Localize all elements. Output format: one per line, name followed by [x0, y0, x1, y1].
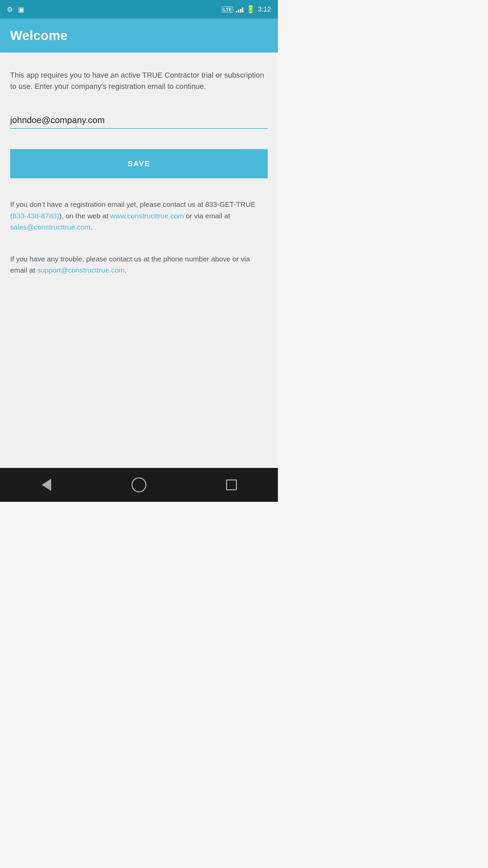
- trouble-text: If you have any trouble, please contact …: [10, 253, 268, 276]
- lte-badge: LTE: [222, 6, 233, 13]
- description-text: This app requires you to have an active …: [10, 70, 268, 92]
- contact-prefix: If you don’t have a registration email y…: [10, 200, 256, 208]
- email-input-container: [10, 112, 268, 129]
- home-circle-icon: [131, 477, 146, 492]
- recents-square-icon: [226, 479, 237, 490]
- sd-card-icon: ▣: [18, 5, 24, 14]
- sales-email-link[interactable]: sales@constructtrue.com: [10, 223, 90, 231]
- status-bar-left: ⚙ ▣: [7, 5, 24, 14]
- trouble-end: .: [125, 266, 127, 274]
- status-bar-right: LTE 🔋 3:12: [222, 5, 271, 14]
- signal-icon: [236, 6, 243, 13]
- contact-suffix: or via email at: [184, 212, 230, 220]
- clock: 3:12: [258, 5, 271, 13]
- back-button[interactable]: [36, 475, 57, 495]
- contact-end: .: [90, 223, 93, 231]
- email-input[interactable]: [10, 112, 268, 129]
- contact-info-text: If you don’t have a registration email y…: [10, 199, 268, 233]
- save-button[interactable]: SAVE: [10, 149, 268, 178]
- page-title: Welcome: [10, 28, 68, 43]
- battery-icon: 🔋: [246, 5, 255, 14]
- phone-link[interactable]: (833-438-8783): [10, 212, 59, 220]
- main-content: This app requires you to have an active …: [0, 53, 278, 468]
- settings-icon: ⚙: [7, 5, 13, 14]
- back-arrow-icon: [42, 479, 51, 491]
- contact-middle: ), on the web at: [59, 212, 110, 220]
- app-bar: Welcome: [0, 19, 278, 53]
- status-bar: ⚙ ▣ LTE 🔋 3:12: [0, 0, 278, 19]
- support-email-link[interactable]: support@constructtrue.com: [37, 266, 124, 274]
- website-link[interactable]: www.constructtrue.com: [110, 212, 184, 220]
- bottom-nav: [0, 468, 278, 502]
- recents-button[interactable]: [221, 475, 242, 495]
- home-button[interactable]: [129, 475, 149, 495]
